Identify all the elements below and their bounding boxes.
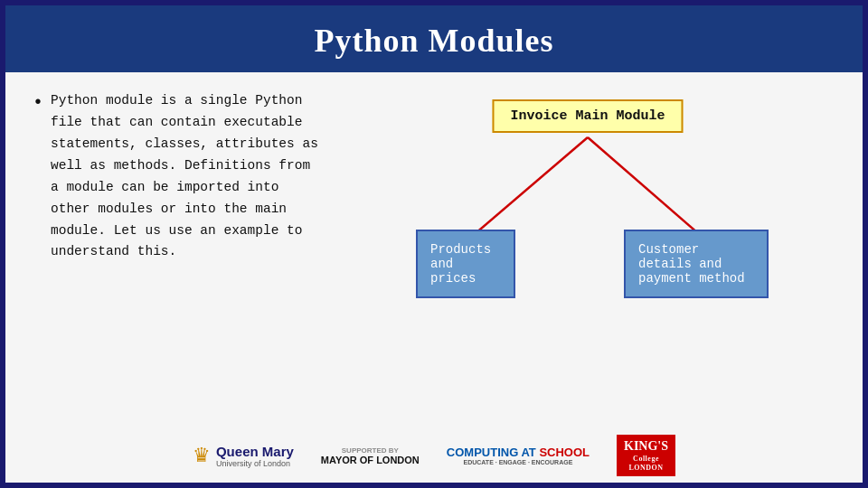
child-box-customer: Customerdetails andpayment method [624,230,769,298]
kings-title: KING'S [624,438,668,455]
footer: ♛ Queen Mary University of London SUPPOR… [5,428,863,483]
bullet-dot: • [33,90,43,116]
slide-body: • Python module is a single Python file … [5,72,863,428]
cas-at: AT [521,446,539,459]
body-text: Python module is a single Python file th… [51,90,322,263]
main-module-label: Invoice Main Module [510,108,665,124]
slide-title: Python Modules [5,22,863,60]
qm-sub: University of London [216,459,294,468]
cas-school: SCHOOL [539,446,590,459]
qm-name: Queen Mary [216,444,294,459]
child-left-label: Productsandprices [430,242,491,286]
svg-line-0 [468,137,588,239]
mayor-supported: SUPPORTED BY [342,446,399,455]
main-module-box: Invoice Main Module [492,99,683,133]
qm-text: Queen Mary University of London [216,444,294,468]
logo-kings-college: KING'S College LONDON [617,435,675,477]
right-panel: Invoice Main Module Productsandprices Cu… [340,90,835,419]
slide-header: Python Modules [5,5,863,72]
kings-college: College [624,455,668,464]
cas-tagline: EDUCATE · ENGAGE · ENCOURAGE [447,459,590,465]
left-panel: • Python module is a single Python file … [33,90,322,419]
logo-queen-mary: ♛ Queen Mary University of London [193,444,294,468]
qm-crown-icon: ♛ [193,444,211,467]
slide: Python Modules • Python module is a sing… [0,0,868,488]
child-right-label: Customerdetails andpayment method [638,242,745,286]
kings-london: LONDON [624,464,668,473]
diagram: Invoice Main Module Productsandprices Cu… [398,99,778,307]
cas-computing: COMPUTING [447,446,522,459]
logo-mayor: SUPPORTED BY MAYOR OF LONDON [321,446,420,465]
svg-line-1 [588,137,705,239]
bullet-point: • Python module is a single Python file … [33,90,322,263]
logo-computing-at-school: COMPUTING AT SCHOOL EDUCATE · ENGAGE · E… [447,446,590,465]
child-box-products: Productsandprices [416,230,515,298]
mayor-name: MAYOR OF LONDON [321,455,420,465]
